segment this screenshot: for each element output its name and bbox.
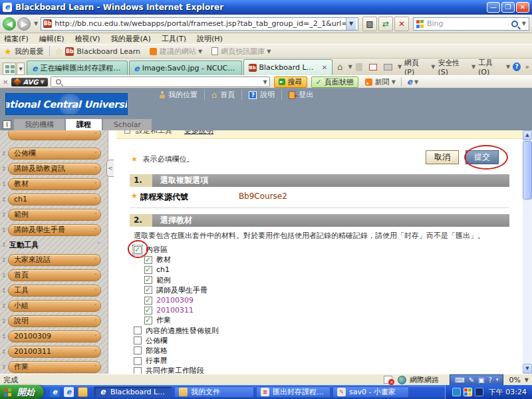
stop-button[interactable]: ✕	[394, 17, 409, 31]
drag-handle-icon[interactable]: ↕	[0, 181, 8, 188]
read-mail-icon[interactable]	[369, 64, 377, 70]
quick-launch-folder-icon[interactable]	[78, 387, 88, 397]
zoom-dropdown-icon[interactable]: ▼	[525, 377, 529, 383]
menu-item-staff-info[interactable]: ↕ 講師及助教資訊	[0, 161, 108, 176]
menu-item-example[interactable]: ↕ 範例	[0, 207, 108, 222]
ie-options-icon[interactable]: e	[407, 77, 412, 86]
drag-handle-icon[interactable]: ↕	[0, 348, 8, 355]
drag-handle-icon[interactable]: ↕	[0, 364, 8, 370]
language-bar[interactable]: ⌨ ✎ ▣ ? ▾	[450, 374, 503, 386]
checkbox-handbook[interactable]	[144, 286, 152, 294]
url-dropdown-icon[interactable]: ▼	[346, 18, 356, 30]
history-dropdown-icon[interactable]: ▼	[34, 21, 38, 27]
langbar-minimize-icon[interactable]: ▾	[496, 377, 499, 382]
scroll-up-icon[interactable]: ▲	[523, 130, 532, 140]
menu-item-home[interactable]: ↕ 首頁	[0, 267, 108, 283]
tools-menu[interactable]: 工具(O)	[478, 58, 501, 76]
print-icon[interactable]	[384, 64, 392, 70]
menu-item-help[interactable]: ↕ 說明	[0, 313, 108, 329]
close-tab-icon[interactable]: ✕	[322, 64, 327, 71]
help-icon[interactable]: ?	[513, 63, 521, 71]
menu-edit[interactable]: 編輯(E)	[39, 34, 65, 44]
bbtab-scholar[interactable]: Scholar	[103, 119, 152, 130]
add-favorite-icon[interactable]: ☆	[55, 47, 63, 57]
cancel-button[interactable]: 取消	[426, 150, 459, 164]
tab-list-dropdown-icon[interactable]: ▼	[17, 63, 25, 75]
favorite-webslice-gallery[interactable]: 網頁快訊圖庫 ▼	[211, 47, 271, 57]
menu-item-groups[interactable]: ↕ 小組	[0, 298, 108, 313]
task-paint[interactable]: ✎ sav0 - 小畫家	[332, 386, 409, 398]
minimize-button[interactable]: —	[487, 2, 500, 13]
task-export-doc[interactable]: ≡ 匯出封存課程與匯...	[256, 386, 331, 398]
bbtab-my-institution[interactable]: 我的機構	[14, 119, 65, 130]
maximize-button[interactable]: ❐	[501, 2, 515, 13]
compatibility-view-button[interactable]: ▨	[362, 17, 377, 31]
menu-item-tools[interactable]: ↕ 工具	[0, 283, 108, 298]
drag-handle-icon[interactable]: ↕	[0, 211, 8, 218]
drag-handle-icon[interactable]: ↕	[0, 333, 8, 340]
url-field[interactable]: Bb http://bb.ncu.edu.tw/webapps/portal/f…	[41, 17, 358, 31]
content-scrollbar[interactable]: ▲ ▼	[523, 130, 532, 374]
menu-item-discussion[interactable]: ↕ 大家來說話	[0, 252, 108, 267]
drag-handle-icon[interactable]: ↕	[0, 196, 8, 203]
avg-close-icon[interactable]: ✕	[3, 78, 8, 86]
menu-help[interactable]: 說明(H)	[197, 34, 223, 44]
drag-handle-icon[interactable]: ↕	[0, 272, 8, 279]
bbtab-courses[interactable]: 課程	[66, 119, 102, 130]
checkbox-assignments[interactable]	[144, 317, 152, 325]
collapse-menu-icon[interactable]: <	[106, 160, 114, 177]
tab-ncucc-wiki[interactable]: e Image:Sav0.jpg - NCUCC Wiki	[129, 61, 242, 75]
refresh-button[interactable]: ⇄	[378, 17, 393, 31]
drag-handle-icon[interactable]: ↕	[0, 166, 8, 172]
search-box[interactable]: Bing ▼	[413, 17, 529, 31]
menu-tools[interactable]: 工具(T)	[162, 34, 186, 44]
page-menu[interactable]: 網頁(P)	[404, 58, 426, 76]
tab-export-editing[interactable]: e 正在編輯匯出封存課程與...	[27, 61, 127, 75]
checkbox-materials[interactable]	[144, 256, 152, 264]
nav-logout[interactable]: 登出	[282, 90, 320, 100]
menu-item-20100311[interactable]: ↕ 20100311	[0, 344, 108, 359]
favorite-suggested-sites[interactable]: 建議的網站 ▼	[150, 47, 202, 57]
drag-handle-icon[interactable]: ↕	[0, 150, 8, 157]
tab-blackboard-learn[interactable]: Bb Blackboard Learn ✕	[243, 59, 333, 75]
scrollbar-thumb[interactable]	[523, 141, 532, 200]
avg-news-button[interactable]: 新聞 ▼	[365, 77, 396, 87]
favorite-blackboard[interactable]: Bb Blackboard Learn	[65, 47, 140, 56]
checkbox-blogs[interactable]	[134, 346, 142, 354]
checkbox-collab-sessions[interactable]	[134, 367, 142, 374]
quick-launch-ie-icon[interactable]: e	[50, 387, 60, 397]
ime-help-icon[interactable]: ?	[489, 376, 492, 384]
quick-launch-browser-icon[interactable]: e	[64, 387, 74, 397]
menu-item-partial[interactable]	[0, 130, 108, 146]
checkbox-20100309[interactable]	[144, 297, 152, 305]
checkbox-20100311[interactable]	[144, 307, 152, 315]
tray-network-icon[interactable]	[452, 388, 461, 396]
drag-handle-icon[interactable]: ↕	[0, 227, 8, 233]
drag-handle-icon[interactable]: ↕	[0, 318, 8, 325]
avg-search-button[interactable]: ► 搜尋	[274, 76, 307, 88]
page-error-icon[interactable]	[384, 376, 392, 384]
safety-menu[interactable]: 安全性(S)	[438, 58, 466, 76]
checkbox-ch1[interactable]	[144, 266, 152, 274]
more-help-link[interactable]: 更多說明	[184, 130, 213, 136]
avg-search-field[interactable]: ▼	[51, 76, 270, 87]
drag-handle-icon[interactable]: ↕	[0, 241, 8, 248]
menu-item-20100309[interactable]: ↕ 20100309	[0, 329, 108, 344]
back-button[interactable]: ◀	[3, 17, 16, 31]
drag-handle-icon[interactable]: ↕	[0, 287, 8, 294]
checkbox-example[interactable]	[144, 276, 152, 284]
start-button[interactable]: 開始	[0, 385, 44, 399]
keyboard-icon[interactable]: ⌨	[455, 376, 464, 384]
menu-favorites[interactable]: 我的最愛(A)	[111, 34, 151, 44]
menu-file[interactable]: 檔案(F)	[4, 34, 29, 44]
ime-panel-icon[interactable]: ▣	[478, 376, 484, 384]
checkbox-announcements[interactable]	[134, 336, 142, 344]
menu-item-assignments[interactable]: ↕ 作業	[0, 359, 108, 374]
tray-avg-icon[interactable]	[475, 388, 483, 396]
checkbox-calendar[interactable]	[134, 357, 142, 365]
checkbox-adaptive-release[interactable]	[134, 327, 142, 334]
quick-tabs-button[interactable]	[3, 63, 16, 75]
overflow-chevron-icon[interactable]: »	[525, 63, 529, 70]
search-dropdown-icon[interactable]: ▼	[522, 21, 526, 27]
menu-item-announcements[interactable]: ↕ 公佈欄	[0, 146, 108, 161]
